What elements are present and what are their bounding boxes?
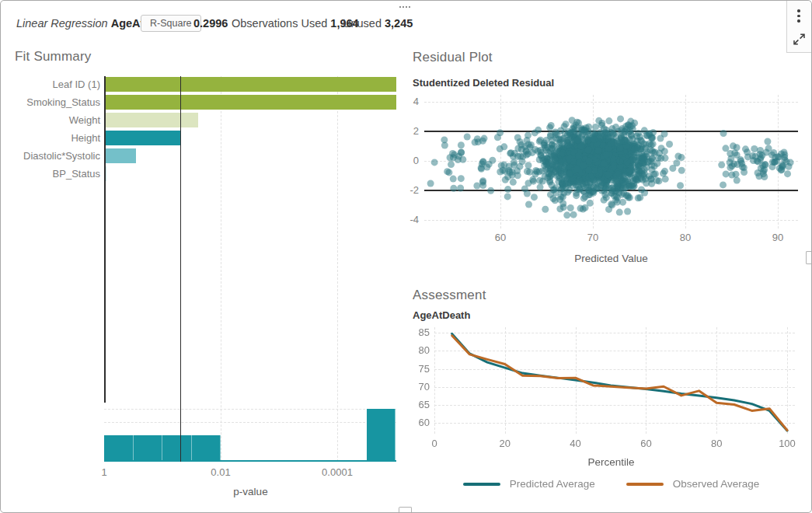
assessment-x-tick: 100 — [772, 438, 803, 449]
legend-item[interactable]: Observed Average — [626, 478, 760, 490]
assessment-chart[interactable]: 020406080100858075706560 — [1, 1, 811, 512]
gridline-horizontal — [434, 405, 795, 406]
gridline-horizontal — [434, 423, 795, 424]
legend-label: Predicted Average — [510, 478, 595, 490]
assessment-y-tick: 60 — [400, 417, 430, 428]
legend-label: Observed Average — [673, 478, 760, 490]
assessment-y-tick: 70 — [400, 381, 430, 393]
gridline-vertical — [434, 327, 435, 434]
gridline-vertical — [716, 327, 717, 434]
assessment-xaxis-title: Percentile — [424, 456, 798, 468]
legend-swatch — [626, 483, 664, 486]
gridline-horizontal — [434, 369, 795, 370]
splitter-handle-right[interactable] — [806, 251, 812, 264]
gridline-vertical — [646, 327, 646, 434]
assessment-lines — [1, 1, 811, 512]
gridline-horizontal — [434, 351, 795, 351]
gridline-vertical — [787, 327, 788, 434]
assessment-y-tick: 75 — [400, 363, 430, 375]
assessment-x-tick: 80 — [701, 438, 732, 449]
series-line — [452, 336, 787, 431]
series-line — [452, 333, 787, 431]
assessment-legend: Predicted AverageObserved Average — [424, 478, 798, 490]
assessment-x-tick: 60 — [630, 438, 661, 449]
assessment-x-tick: 40 — [560, 438, 591, 449]
legend-swatch — [463, 483, 500, 486]
assessment-y-tick: 85 — [400, 326, 430, 338]
splitter-handle-bottom[interactable] — [399, 507, 412, 513]
assessment-x-tick: 0 — [419, 438, 450, 449]
gridline-horizontal — [434, 387, 795, 388]
gridline-horizontal — [434, 333, 795, 333]
gridline-vertical — [505, 327, 506, 434]
assessment-y-tick: 80 — [400, 344, 430, 356]
legend-item[interactable]: Predicted Average — [463, 478, 595, 490]
assessment-x-tick: 20 — [490, 438, 521, 449]
linear-regression-window: Linear Regression AgeAtDeath R-Square 0.… — [0, 0, 812, 513]
gridline-vertical — [576, 327, 577, 434]
assessment-y-tick: 65 — [400, 399, 430, 410]
